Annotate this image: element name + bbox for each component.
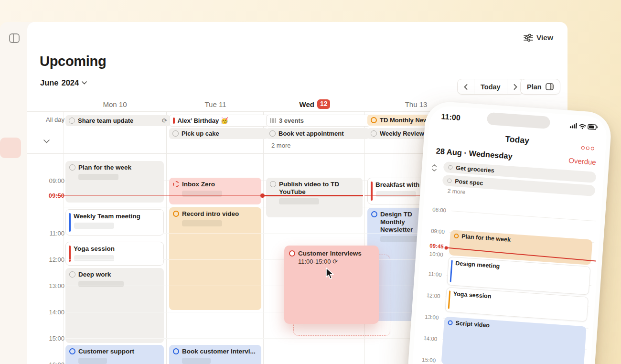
event-color-bar bbox=[69, 246, 71, 262]
day-header-tue: Tue 11 bbox=[168, 97, 263, 111]
event-color-bar bbox=[371, 182, 373, 201]
event-deep-work[interactable]: Deep work bbox=[65, 268, 164, 343]
allday-event-alex-birthday[interactable]: Alex’ Birthday 🥳 bbox=[169, 115, 269, 127]
task-checkbox-icon[interactable] bbox=[69, 164, 75, 171]
view-label: View bbox=[536, 33, 553, 42]
view-button[interactable]: View bbox=[524, 33, 553, 42]
phone-menu-dots[interactable] bbox=[581, 146, 594, 150]
chevron-down-icon bbox=[82, 81, 87, 85]
redacted-text-bar bbox=[74, 255, 114, 261]
event-inbox-zero[interactable]: Inbox Zero bbox=[169, 178, 261, 204]
event-title: Yoga session bbox=[453, 290, 491, 300]
event-customer-support[interactable]: Customer support bbox=[65, 345, 164, 364]
event-title: Customer support bbox=[78, 348, 134, 355]
allday-task-share-team-update[interactable]: Share team update ⟳ bbox=[65, 115, 171, 126]
task-checkbox-icon bbox=[448, 320, 453, 325]
today-date-badge: 12 bbox=[317, 99, 331, 109]
time-label: 11:00 bbox=[418, 270, 442, 278]
day-header-mon: Mon 10 bbox=[64, 97, 166, 111]
time-label: 13:00 bbox=[416, 313, 439, 321]
event-weekly-team-meeting[interactable]: Weekly Team meeting bbox=[65, 209, 164, 236]
redacted-text-bar bbox=[376, 191, 416, 197]
event-title: Plan for the week bbox=[78, 164, 131, 171]
task-checkbox-icon bbox=[454, 234, 459, 239]
task-checkbox-icon[interactable] bbox=[172, 130, 179, 137]
task-title: Pick up cake bbox=[182, 130, 219, 137]
dragged-event-customer-interviews[interactable]: Customer interviews 11:00-15:00 ⟳ bbox=[284, 246, 379, 324]
more-items-label[interactable]: 2 more bbox=[271, 142, 290, 149]
sidebar-toggle-icon[interactable] bbox=[9, 32, 20, 44]
event-title: Design meeting bbox=[455, 260, 500, 269]
year-label: 2024 bbox=[62, 78, 79, 87]
event-color-bar bbox=[173, 118, 175, 124]
time-label: 10:00 bbox=[420, 250, 443, 257]
task-checkbox-icon[interactable] bbox=[371, 211, 377, 217]
phone-more-label[interactable]: 2 more bbox=[447, 188, 465, 196]
event-title: Breakfast with E bbox=[375, 181, 426, 189]
current-time-line bbox=[56, 195, 262, 196]
redacted-text-bar bbox=[74, 223, 114, 229]
time-label: 08:00 bbox=[423, 206, 447, 213]
task-checkbox-icon[interactable] bbox=[69, 271, 75, 278]
event-title: Customer interviews bbox=[298, 249, 362, 257]
task-checkbox-icon[interactable] bbox=[269, 130, 276, 137]
allday-task-book-vet[interactable]: Book vet appointment bbox=[266, 128, 369, 139]
event-title: Plan for the week bbox=[461, 233, 511, 243]
task-checkbox-icon[interactable] bbox=[69, 118, 75, 124]
date-nav: Today bbox=[457, 79, 524, 95]
allday-3-events[interactable]: 3 events bbox=[266, 115, 370, 127]
month-dropdown[interactable]: June 2024 bbox=[40, 78, 87, 87]
redacted-text-bar bbox=[279, 198, 319, 204]
task-checkbox-icon[interactable] bbox=[173, 211, 179, 217]
event-title: Alex’ Birthday 🥳 bbox=[178, 117, 229, 124]
event-title: Yoga session bbox=[74, 245, 115, 253]
redacted-text-bar bbox=[78, 281, 124, 287]
event-color-bar bbox=[450, 260, 453, 282]
allday-task-pick-up-cake[interactable]: Pick up cake bbox=[169, 128, 268, 139]
redacted-text-bar bbox=[380, 236, 420, 242]
current-time-label: 09:45 bbox=[420, 242, 444, 249]
event-title: Deep work bbox=[78, 271, 111, 278]
task-checkbox-icon[interactable] bbox=[371, 117, 377, 123]
current-time-dot bbox=[260, 193, 265, 198]
redacted-text-bar bbox=[182, 191, 222, 197]
column-divider bbox=[64, 111, 64, 364]
plan-button[interactable]: Plan bbox=[520, 79, 560, 95]
recurring-icon: ⟳ bbox=[162, 117, 167, 124]
time-label: 09:00 bbox=[36, 177, 64, 184]
task-checkbox-icon[interactable] bbox=[69, 348, 75, 354]
task-checkbox-icon[interactable] bbox=[270, 181, 276, 187]
event-plan-for-the-week[interactable]: Plan for the week bbox=[65, 161, 164, 203]
column-divider bbox=[263, 111, 264, 364]
task-recurring-checkbox-icon[interactable] bbox=[173, 181, 179, 187]
event-time-range: 11:00-15:00 bbox=[298, 258, 331, 265]
task-checkbox-icon[interactable] bbox=[173, 348, 179, 354]
event-record-intro-video[interactable]: Record intro video bbox=[169, 207, 261, 310]
phone-event-script-video[interactable]: Script video bbox=[441, 317, 587, 364]
event-book-customer-interviews[interactable]: Book customer intervi... bbox=[169, 345, 261, 364]
task-checkbox-icon[interactable] bbox=[371, 130, 377, 137]
prev-button[interactable] bbox=[458, 79, 474, 94]
today-button[interactable]: Today bbox=[474, 79, 507, 94]
time-label: 15:00 bbox=[36, 335, 64, 342]
event-color-bar bbox=[69, 213, 71, 232]
event-title: Record intro video bbox=[182, 210, 239, 218]
task-title: Book vet appointment bbox=[278, 130, 344, 137]
task-title: Get groceries bbox=[456, 164, 494, 174]
events-stack-icon bbox=[270, 118, 276, 123]
redacted-text-bar bbox=[78, 174, 118, 180]
redacted-text-bar bbox=[182, 220, 222, 226]
time-label: 13:00 bbox=[36, 282, 64, 289]
reorder-icon[interactable] bbox=[431, 163, 438, 172]
event-publish-video[interactable]: Publish video to TD YouTube bbox=[266, 178, 363, 217]
phone-time-grid: 08:00 09:00 09:45 10:00 11:00 12:00 13:0… bbox=[411, 198, 601, 364]
event-title: Book customer intervi... bbox=[182, 348, 256, 355]
recurring-icon: ⟳ bbox=[332, 258, 338, 265]
time-label: 09:00 bbox=[422, 227, 445, 235]
allday-collapse-icon[interactable] bbox=[43, 139, 50, 143]
redacted-text-bar bbox=[182, 358, 211, 364]
task-title: Share team update bbox=[78, 117, 159, 124]
event-yoga-session[interactable]: Yoga session bbox=[65, 242, 164, 266]
event-color-bar bbox=[448, 290, 451, 309]
time-label: 14:00 bbox=[36, 309, 64, 316]
